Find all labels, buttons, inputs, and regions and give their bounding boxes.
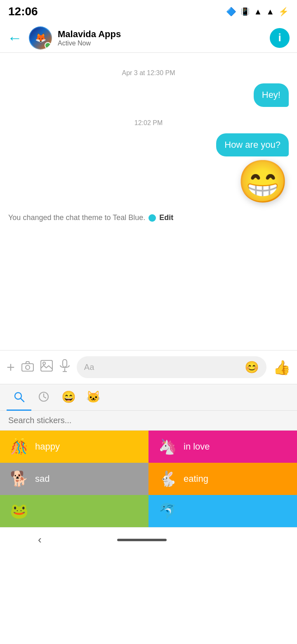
green-category-icon: 🐸 — [10, 502, 28, 520]
chat-header: ← 🦊 Malavida Apps Active Now i — [0, 23, 297, 53]
tab-pusheen[interactable]: 🐱 — [81, 384, 106, 411]
in-love-category-icon: 🦄 — [158, 438, 177, 455]
signal-icon: ▲ — [266, 7, 274, 17]
sticker-category-green[interactable]: 🐸 — [0, 495, 148, 527]
sticker-category-sad[interactable]: 🐕 sad — [0, 463, 148, 495]
wifi-icon: ▲ — [254, 7, 262, 17]
status-icons: 🔷 📳 ▲ ▲ ⚡ — [226, 7, 289, 17]
sticker-tabs: 😄 🐱 — [0, 384, 297, 411]
contact-name: Malavida Apps — [58, 29, 270, 40]
message-row-1: Hey! — [8, 83, 289, 107]
sticker-categories-grid: 🎊 happy 🦄 in love 🐕 sad 🐇 eating 🐸 🐬 — [0, 431, 297, 527]
happy-category-label: happy — [35, 441, 60, 452]
vibrate-icon: 📳 — [240, 7, 250, 16]
online-indicator — [45, 42, 51, 49]
message-row-2: How are you? — [8, 133, 289, 157]
in-love-category-label: in love — [184, 441, 210, 452]
back-button[interactable]: ← — [7, 29, 22, 47]
sticker-search-input[interactable] — [8, 416, 289, 425]
blue-category-icon: 🐬 — [158, 502, 177, 520]
sad-category-label: sad — [35, 474, 50, 484]
text-input-area[interactable]: Aa 😊 — [77, 356, 266, 378]
svg-point-1 — [26, 365, 30, 369]
sticker-search-area[interactable] — [0, 411, 297, 431]
message-bubble-1: Hey! — [254, 83, 289, 107]
thumbs-up-button[interactable]: 👍 — [273, 359, 290, 376]
nav-back-button[interactable]: ‹ — [38, 533, 42, 546]
battery-icon: ⚡ — [278, 7, 289, 17]
theme-notice-text: You changed the chat theme to Teal Blue. — [8, 213, 145, 222]
sad-category-icon: 🐕 — [10, 470, 28, 488]
tab-recent[interactable] — [31, 384, 56, 411]
mic-button[interactable] — [59, 359, 70, 375]
contact-info: Malavida Apps Active Now — [58, 29, 270, 47]
camera-button[interactable] — [21, 360, 34, 374]
bottom-nav: ‹ — [0, 527, 297, 552]
tab-search[interactable] — [7, 384, 31, 411]
input-bar: + Aa 😊 👍 — [0, 350, 297, 384]
theme-edit-button[interactable]: Edit — [159, 213, 173, 222]
emoji-picker-button[interactable]: 😊 — [245, 360, 259, 374]
add-button[interactable]: + — [7, 359, 15, 375]
emoji-sticker: 😁 — [237, 161, 289, 202]
svg-rect-4 — [63, 360, 67, 367]
svg-line-8 — [21, 398, 24, 402]
contact-status: Active Now — [58, 40, 270, 47]
sticker-panel: 😄 🐱 🎊 happy 🦄 in love 🐕 sad 🐇 eating 🐸 — [0, 384, 297, 527]
svg-rect-2 — [41, 360, 52, 371]
bluetooth-icon: 🔷 — [226, 7, 236, 17]
message-bubble-2: How are you? — [216, 133, 289, 157]
sticker-category-happy[interactable]: 🎊 happy — [0, 431, 148, 463]
svg-point-3 — [43, 362, 45, 365]
theme-color-dot — [148, 214, 156, 222]
sticker-category-in-love[interactable]: 🦄 in love — [148, 431, 297, 463]
chat-area: Apr 3 at 12:30 PM Hey! 12:02 PM How are … — [0, 53, 297, 350]
contact-avatar: 🦊 — [29, 26, 52, 50]
tab-emoji-faces[interactable]: 😄 — [56, 384, 81, 411]
sticker-category-blue[interactable]: 🐬 — [148, 495, 297, 527]
theme-notice: You changed the chat theme to Teal Blue.… — [8, 213, 289, 222]
eating-category-icon: 🐇 — [158, 470, 177, 488]
status-bar: 12:06 🔷 📳 ▲ ▲ ⚡ — [0, 0, 297, 23]
image-button[interactable] — [40, 360, 53, 374]
timestamp-2: 12:02 PM — [8, 119, 289, 127]
emoji-message-row: 😁 — [8, 161, 289, 202]
status-time: 12:06 — [8, 5, 38, 18]
message-input-placeholder[interactable]: Aa — [84, 362, 240, 372]
sticker-category-eating[interactable]: 🐇 eating — [148, 463, 297, 495]
happy-category-icon: 🎊 — [10, 438, 28, 455]
home-indicator[interactable] — [117, 539, 167, 541]
svg-rect-0 — [22, 364, 33, 371]
eating-category-label: eating — [184, 474, 208, 484]
info-button[interactable]: i — [270, 28, 290, 48]
timestamp-1: Apr 3 at 12:30 PM — [8, 69, 289, 77]
